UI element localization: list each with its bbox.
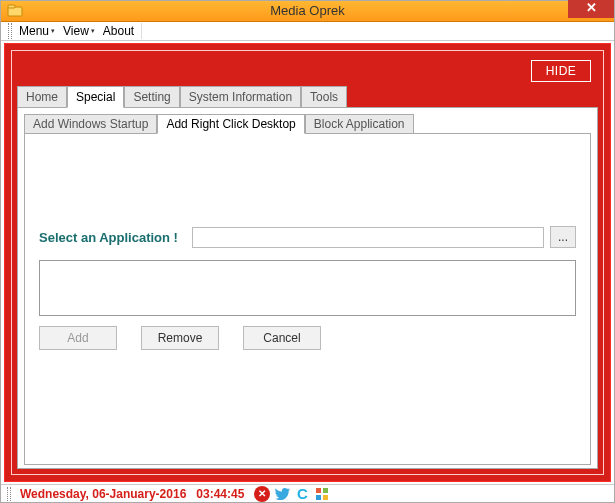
tab-tools[interactable]: Tools	[301, 86, 347, 108]
status-bar: Wednesday, 06-January-2016 03:44:45 ✕ C	[1, 484, 614, 502]
twitter-icon[interactable]	[274, 486, 290, 502]
tab-special[interactable]: Special	[67, 86, 124, 108]
menu-view[interactable]: View ▾	[59, 22, 99, 40]
svg-rect-3	[323, 488, 328, 493]
svg-rect-5	[323, 495, 328, 500]
browse-button[interactable]: ...	[550, 226, 576, 248]
toolbar-separator	[141, 23, 142, 39]
sub-tabs: Add Windows Startup Add Right Click Desk…	[24, 113, 591, 133]
svg-rect-2	[316, 488, 321, 493]
tab-setting[interactable]: Setting	[124, 86, 179, 108]
svg-rect-1	[8, 5, 15, 8]
status-icons: ✕ C	[254, 486, 330, 502]
app-icon	[7, 3, 23, 19]
subtab-block-application[interactable]: Block Application	[305, 114, 414, 134]
tab-home[interactable]: Home	[17, 86, 67, 108]
toolbar-grip[interactable]	[8, 23, 12, 39]
tab-body: Add Windows Startup Add Right Click Desk…	[17, 107, 598, 469]
squares-icon[interactable]	[314, 486, 330, 502]
app-list-box[interactable]	[39, 260, 576, 316]
status-date: Wednesday, 06-January-2016	[20, 487, 186, 501]
app-window: Media Oprek ✕ Menu ▾ View ▾ About HIDE H…	[0, 0, 615, 503]
status-time: 03:44:45	[196, 487, 244, 501]
app-path-input[interactable]	[192, 227, 544, 248]
menu-menu[interactable]: Menu ▾	[15, 22, 59, 40]
menu-label: About	[103, 24, 134, 38]
chevron-down-icon: ▾	[91, 27, 95, 35]
chevron-down-icon: ▾	[51, 27, 55, 35]
toolbar-grip[interactable]	[7, 487, 11, 501]
title-bar[interactable]: Media Oprek ✕	[1, 1, 614, 22]
select-app-label: Select an Application !	[39, 230, 178, 245]
add-button[interactable]: Add	[39, 326, 117, 350]
menu-label: View	[63, 24, 89, 38]
content-area: HIDE Home Special Setting System Informa…	[4, 43, 611, 482]
menu-bar: Menu ▾ View ▾ About	[1, 22, 614, 41]
hide-button[interactable]: HIDE	[531, 60, 591, 82]
button-row: Add Remove Cancel	[39, 326, 576, 350]
menu-about[interactable]: About	[99, 22, 138, 40]
main-tabs: Home Special Setting System Information …	[17, 85, 598, 107]
status-dot-icon[interactable]: ✕	[254, 486, 270, 502]
select-app-row: Select an Application ! ...	[39, 226, 576, 248]
c-icon[interactable]: C	[294, 486, 310, 502]
menu-label: Menu	[19, 24, 49, 38]
sub-tab-body: Select an Application ! ... Add Remove C…	[24, 133, 591, 465]
subtab-add-right-click-desktop[interactable]: Add Right Click Desktop	[157, 114, 304, 134]
inner-frame: HIDE Home Special Setting System Informa…	[11, 50, 604, 475]
window-title: Media Oprek	[1, 3, 614, 18]
tab-system-information[interactable]: System Information	[180, 86, 301, 108]
remove-button[interactable]: Remove	[141, 326, 219, 350]
cancel-button[interactable]: Cancel	[243, 326, 321, 350]
close-button[interactable]: ✕	[568, 0, 614, 18]
close-icon: ✕	[586, 0, 597, 15]
svg-rect-4	[316, 495, 321, 500]
subtab-add-windows-startup[interactable]: Add Windows Startup	[24, 114, 157, 134]
